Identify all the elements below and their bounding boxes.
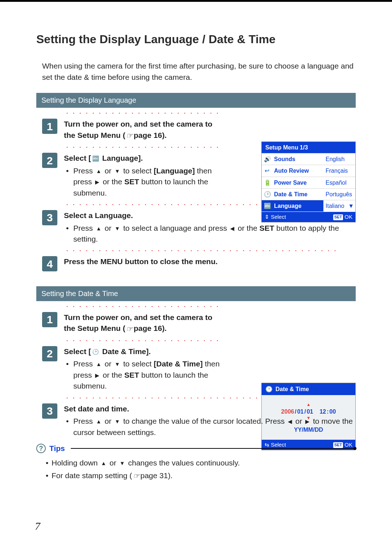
scroll-down-icon: ▼: [348, 202, 354, 210]
step-2: 2 Select [🕑 Date & Time]. Press ▲ or ▼ t…: [42, 346, 356, 392]
divider-dots: [64, 248, 340, 253]
step-2: 2 Select [🔤 Language]. Press ▲ or ▼ to s…: [42, 153, 356, 198]
step-1: 1 Turn the power on, and set the camera …: [42, 119, 356, 141]
section-band-language: Setting the Display Language: [36, 93, 356, 108]
step-text: Select [: [64, 347, 91, 356]
up-arrow-icon: ▲: [96, 168, 102, 174]
step-3: 3 Set date and time. Press ▲ or ▼ to cha…: [42, 403, 356, 438]
step-number: 2: [42, 153, 57, 168]
up-arrow-icon: ▲: [96, 419, 102, 424]
step-4: 4 Press the MENU button to close the men…: [42, 256, 356, 267]
step-3: 3 Select a Language. Press ▲ or ▼ to sel…: [42, 210, 356, 245]
divider-dots: [64, 338, 220, 343]
step-text: Set date and time.: [64, 405, 129, 413]
step-text: Select [: [64, 154, 91, 162]
step-number: 3: [42, 210, 57, 225]
manual-page: Setting the Display Language / Date & Ti…: [0, 0, 392, 554]
lcd-setup-title: Setup Menu 1/3: [262, 142, 355, 153]
step-text: Date & Time].: [100, 347, 151, 356]
page-title: Setting the Display Language / Date & Ti…: [36, 31, 356, 48]
language-steps: 1 Turn the power on, and set the camera …: [36, 111, 356, 267]
datetime-steps: 1 Turn the power on, and set the camera …: [36, 304, 356, 438]
tips-list: Holding down ▲ or ▼ changes the values c…: [36, 457, 356, 481]
down-arrow-icon: ▼: [119, 460, 125, 466]
step-text: page 16).: [134, 324, 167, 332]
step-1: 1 Turn the power on, and set the camera …: [42, 312, 356, 335]
tips-icon: ?: [36, 444, 46, 453]
step-text: page 16).: [134, 131, 167, 139]
tip-item: Holding down ▲ or ▼ changes the values c…: [44, 457, 356, 468]
step-bullet: Press ▲ or ▼ to select a language and pr…: [64, 223, 356, 245]
footer-ok: SETOK: [333, 441, 352, 449]
right-arrow-icon: ▶: [95, 179, 99, 185]
tip-item: For date stamp setting (☞page 31).: [44, 470, 356, 482]
up-arrow-icon: ▲: [96, 226, 102, 231]
right-arrow-icon: ▶: [95, 373, 99, 378]
down-arrow-icon: ▼: [115, 168, 120, 174]
clock-icon: 🕑: [92, 349, 99, 354]
step-bullet: Press ▲ or ▼ to select [Date & Time] the…: [64, 358, 224, 391]
right-arrow-icon: ▶: [305, 419, 310, 424]
page-number: 7: [35, 518, 40, 534]
page-ref-icon: ☞: [126, 130, 133, 141]
footer-select: ⇆ Select: [265, 441, 286, 449]
step-number: 2: [42, 346, 57, 361]
tips-label: Tips: [49, 443, 65, 454]
divider-dots: [64, 304, 220, 309]
step-number: 1: [42, 312, 57, 327]
step-text: Language].: [100, 154, 143, 162]
step-text: Select a Language.: [64, 211, 133, 219]
down-arrow-icon: ▼: [115, 419, 120, 424]
divider-dots: [64, 111, 220, 116]
language-menu-icon: 🔤: [92, 156, 99, 161]
step-text: Press the MENU button to close the menu.: [64, 257, 218, 266]
left-arrow-icon: ◀: [230, 226, 234, 231]
up-arrow-icon: ▲: [101, 460, 106, 466]
page-ref-icon: ☞: [126, 324, 133, 335]
tips-rule: [71, 448, 356, 449]
up-arrow-icon: ▲: [96, 361, 102, 367]
step-bullet: Press ▲ or ▼ to change the value of the …: [64, 416, 356, 438]
left-arrow-icon: ◀: [288, 419, 292, 424]
step-number: 3: [42, 403, 57, 419]
down-arrow-icon: ▼: [115, 361, 120, 367]
step-bullet: Press ▲ or ▼ to select [Language] then p…: [64, 165, 224, 198]
section-band-datetime: Setting the Date & Time: [36, 286, 356, 301]
down-arrow-icon: ▼: [115, 226, 120, 231]
step-number: 1: [42, 119, 57, 134]
step-number: 4: [42, 256, 57, 271]
page-ref-icon: ☞: [133, 471, 140, 481]
intro-paragraph: When using the camera for the first time…: [42, 61, 356, 83]
divider-dots: [64, 145, 220, 150]
